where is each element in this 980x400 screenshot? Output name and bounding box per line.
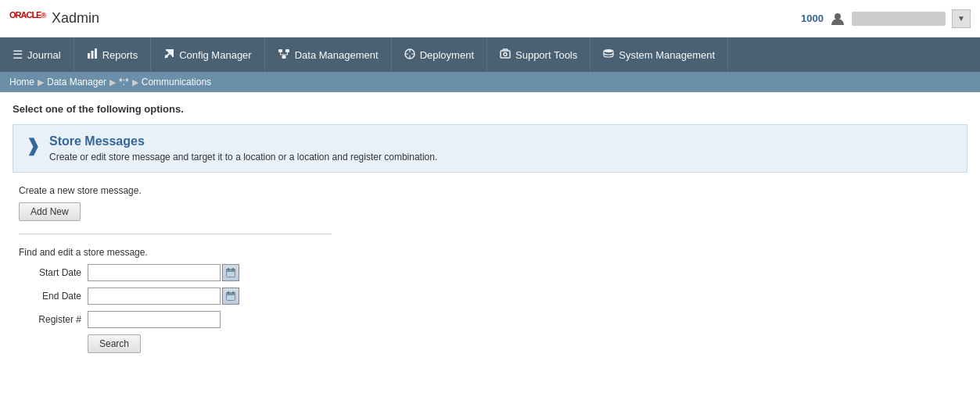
user-icon [830, 11, 845, 27]
nav-journal-label: Journal [27, 49, 61, 61]
register-input-wrap [88, 311, 221, 328]
page-instruction: Select one of the following options. [13, 103, 967, 115]
data-mgmt-icon [278, 48, 290, 62]
support-tools-icon [500, 48, 511, 62]
svg-rect-3 [95, 48, 97, 59]
section-description: Create or edit store message and target … [49, 152, 437, 162]
nav-journal[interactable]: ☰ Journal [0, 38, 74, 72]
breadcrumb-sep-1: ▶ [38, 77, 44, 88]
header-dropdown[interactable]: ▼ [952, 9, 971, 28]
app-title: Xadmin [52, 10, 99, 27]
header-left: ORACLE® Xadmin [9, 9, 99, 29]
nav-system-mgmt-label: System Management [619, 49, 715, 61]
nav-support-tools-label: Support Tools [515, 49, 577, 61]
start-date-label: Start Date [19, 267, 81, 278]
section-chevron: ❱ [26, 136, 40, 156]
register-label: Register # [19, 314, 81, 325]
journal-icon: ☰ [13, 48, 23, 62]
create-label: Create a new store message. [19, 185, 961, 196]
breadcrumb-current: Communications [142, 77, 211, 88]
svg-rect-14 [501, 51, 510, 58]
search-row: Search [19, 334, 961, 353]
search-button[interactable]: Search [88, 334, 141, 353]
section-title: Store Messages [49, 134, 437, 148]
end-date-input-wrap [88, 288, 239, 305]
find-label: Find and edit a store message. [19, 247, 961, 258]
nav-deployment[interactable]: Deployment [392, 38, 487, 72]
nav-config-label: Config Manager [179, 49, 252, 61]
register-input[interactable] [88, 311, 221, 328]
svg-point-16 [604, 49, 613, 52]
config-icon [163, 48, 174, 62]
form-divider [19, 234, 332, 234]
svg-rect-22 [227, 293, 235, 295]
add-new-button[interactable]: Add New [19, 202, 81, 221]
app-header: ORACLE® Xadmin 1000 ▼ [0, 0, 980, 38]
svg-rect-6 [285, 49, 289, 52]
user-id: 1000 [801, 12, 824, 24]
register-row: Register # [19, 311, 961, 328]
nav-data-management[interactable]: Data Management [265, 38, 392, 72]
end-date-input[interactable] [88, 288, 221, 305]
oracle-logo: ORACLE® [9, 9, 45, 29]
start-date-row: Start Date [19, 264, 961, 281]
form-area: Create a new store message. Add New Find… [13, 185, 967, 353]
start-date-input[interactable] [88, 264, 221, 281]
end-date-label: End Date [19, 291, 81, 302]
nav-reports[interactable]: Reports [74, 38, 152, 72]
reports-icon [87, 48, 98, 62]
end-date-row: End Date [19, 288, 961, 305]
calendar-icon-2 [226, 291, 235, 301]
breadcrumb-home[interactable]: Home [9, 77, 34, 88]
svg-point-4 [165, 55, 168, 58]
main-content: Select one of the following options. ❱ S… [0, 92, 980, 370]
header-right: 1000 ▼ [801, 9, 971, 28]
user-name-bar [852, 12, 946, 26]
store-messages-section: ❱ Store Messages Create or edit store me… [13, 124, 967, 173]
nav-data-mgmt-label: Data Management [295, 49, 379, 61]
svg-rect-5 [278, 49, 282, 52]
section-info: Store Messages Create or edit store mess… [49, 134, 437, 162]
nav-config-manager[interactable]: Config Manager [151, 38, 265, 72]
logo-sup: ® [41, 11, 45, 19]
nav-reports-label: Reports [102, 49, 138, 61]
svg-rect-2 [91, 51, 93, 59]
main-navbar: ☰ Journal Reports Config Manager Data Ma… [0, 38, 980, 72]
oracle-logo-text: ORACLE [9, 9, 41, 19]
nav-deployment-label: Deployment [420, 49, 474, 61]
svg-rect-7 [282, 55, 285, 59]
start-date-calendar-btn[interactable] [222, 264, 239, 281]
end-date-calendar-btn[interactable] [222, 288, 239, 305]
calendar-icon [226, 268, 235, 277]
breadcrumb-wildcard[interactable]: *:* [119, 77, 129, 88]
nav-support-tools[interactable]: Support Tools [487, 38, 591, 72]
deployment-icon [404, 48, 415, 62]
nav-system-management[interactable]: System Management [591, 38, 728, 72]
breadcrumb-sep-3: ▶ [132, 77, 138, 88]
breadcrumb-sep-2: ▶ [109, 77, 116, 88]
system-mgmt-icon [603, 48, 614, 62]
breadcrumb-data-manager[interactable]: Data Manager [47, 77, 106, 88]
start-date-input-wrap [88, 264, 239, 281]
svg-point-0 [835, 13, 841, 20]
svg-rect-1 [88, 53, 90, 59]
breadcrumb: Home ▶ Data Manager ▶ *:* ▶ Communicatio… [0, 72, 980, 92]
svg-rect-18 [227, 270, 235, 272]
svg-point-15 [504, 52, 507, 55]
